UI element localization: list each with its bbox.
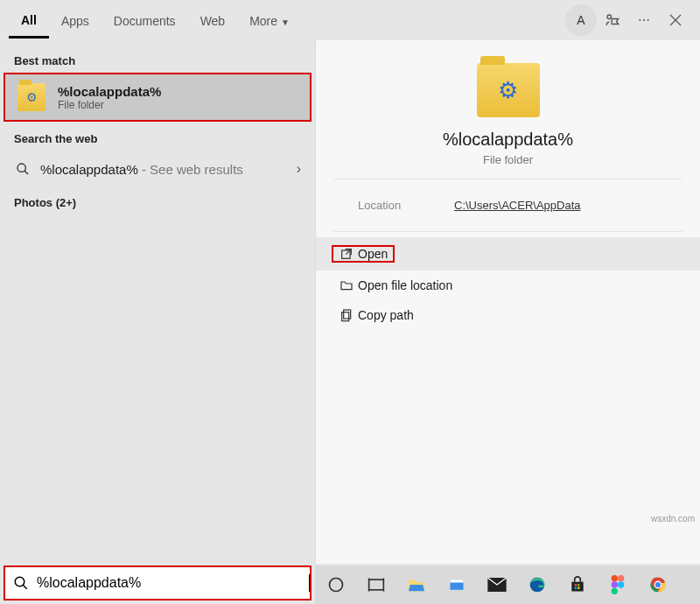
preview-panel: ⚙ %localappdata% File folder Location C:… [315,40,700,564]
svg-rect-12 [575,584,578,586]
svg-point-19 [618,581,624,587]
taskview-icon[interactable] [364,572,388,597]
store-icon[interactable] [565,572,590,597]
tab-all[interactable]: All [9,3,49,39]
search-input[interactable] [37,575,311,591]
svg-point-18 [612,581,618,587]
search-box[interactable] [4,565,312,600]
tab-more[interactable]: More▼ [237,4,302,37]
more-icon[interactable]: ⋯ [628,4,660,36]
svg-point-6 [330,579,343,592]
avatar[interactable]: A [565,4,597,36]
svg-rect-3 [344,310,351,319]
svg-rect-4 [342,313,349,321]
chevron-down-icon: ▼ [281,18,290,27]
search-icon [14,162,32,176]
web-term: %localappdata% [40,162,138,177]
svg-rect-14 [575,587,578,590]
action-copy-path-label: Copy path [358,308,414,322]
best-match-label: Best match [0,46,315,73]
edge-icon[interactable] [525,572,550,597]
action-copy-path[interactable]: Copy path [316,300,700,330]
action-open-location-label: Open file location [358,278,452,292]
tab-web[interactable]: Web [188,4,238,37]
svg-point-5 [15,577,24,586]
search-web-label: Search the web [0,123,315,151]
chevron-right-icon: › [297,161,301,177]
search-tabs: All Apps Documents Web More▼ A ⋯ [0,0,700,40]
svg-rect-9 [451,579,464,582]
tab-apps[interactable]: Apps [49,4,102,37]
svg-point-1 [18,164,25,172]
figma-icon[interactable] [606,572,630,597]
chrome-icon[interactable] [646,572,670,597]
close-icon[interactable] [660,4,691,36]
action-open-label: Open [358,247,388,261]
svg-rect-7 [369,579,384,590]
folder-settings-icon: ⚙ [477,63,540,117]
mail-icon[interactable] [485,572,509,597]
photos-label: Photos (2+) [0,187,315,214]
svg-point-16 [612,575,618,581]
app-icon[interactable] [444,572,469,597]
action-open[interactable]: Open [316,237,700,270]
cortana-icon[interactable] [324,572,348,597]
location-label: Location [358,199,454,212]
taskbar [315,565,700,604]
feedback-icon[interactable] [597,4,628,36]
svg-point-0 [607,15,612,19]
preview-subtitle: File folder [333,153,682,166]
best-match-title: %localappdata% [58,84,161,99]
results-panel: Best match ⚙ %localappdata% File folder … [0,40,315,564]
file-explorer-icon[interactable] [404,572,429,597]
action-open-location[interactable]: Open file location [316,270,700,300]
svg-rect-13 [578,584,580,586]
web-result-item[interactable]: %localappdata% - See web results › [0,151,315,187]
watermark: wsxdn.com [651,514,695,523]
copy-icon [335,308,358,322]
best-match-subtitle: File folder [58,99,161,111]
tab-documents[interactable]: Documents [102,4,188,37]
open-icon [335,247,358,261]
best-match-item[interactable]: ⚙ %localappdata% File folder [4,73,312,122]
folder-icon [335,278,358,292]
svg-point-24 [655,582,661,587]
folder-settings-icon: ⚙ [18,83,46,111]
svg-point-17 [618,575,624,581]
location-value[interactable]: C:\Users\ACER\AppData [454,199,581,212]
svg-point-20 [612,588,618,594]
preview-title: %localappdata% [333,130,682,150]
svg-rect-15 [578,587,580,590]
search-icon [5,575,37,591]
web-suffix: - See web results [138,162,243,177]
